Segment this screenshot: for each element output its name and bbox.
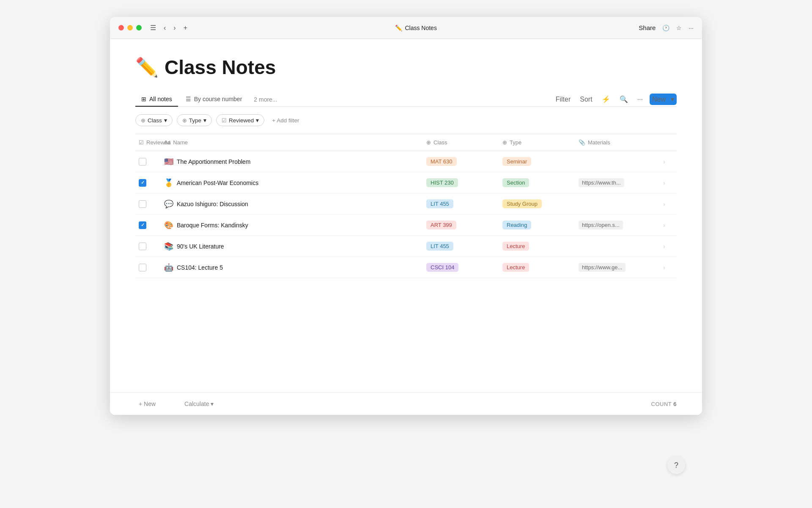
sort-button[interactable]: Sort — [577, 94, 595, 105]
filter-reviewed[interactable]: ☑ Reviewed ▾ — [216, 114, 264, 126]
filter-reviewed-arrow: ▾ — [256, 117, 259, 124]
filter-type[interactable]: ⊕ Type ▾ — [177, 114, 212, 126]
title-emoji: ✏️ — [395, 25, 402, 31]
cell-class-4: LIT 455 — [423, 238, 499, 254]
filter-class-label: Class — [148, 117, 162, 124]
tab-all-notes[interactable]: ⊞ All notes — [135, 92, 178, 107]
row-name-4[interactable]: 📚 90's UK Literature — [164, 242, 224, 251]
filter-reviewed-icon: ☑ — [222, 117, 227, 124]
class-badge-0: MAT 630 — [426, 157, 457, 166]
maximize-button[interactable] — [136, 25, 142, 30]
cell-name-4: 📚 90's UK Literature — [161, 238, 423, 254]
cell-arrow-3: › — [660, 218, 677, 232]
add-filter-button[interactable]: + Add filter — [269, 115, 302, 126]
page-title-area: ✏️ Class Notes — [135, 56, 677, 79]
tab-by-course-label: By course number — [194, 96, 242, 102]
share-button[interactable]: Share — [639, 24, 656, 31]
row-name-1[interactable]: 🥇 American Post-War Economics — [164, 178, 258, 188]
materials-link[interactable]: https://open.s... — [579, 221, 623, 229]
th-materials-label: Materials — [588, 139, 610, 146]
calculate-button[interactable]: Calculate ▾ — [184, 400, 214, 407]
class-badge-2: LIT 455 — [426, 199, 453, 208]
table-row: 💬 Kazuo Ishiguro: Discussion LIT 455 Stu… — [135, 193, 677, 215]
tab-more[interactable]: 2 more... — [250, 93, 281, 106]
th-name-icon: Aa — [164, 140, 170, 146]
reviewed-checkbox-5[interactable] — [139, 264, 146, 271]
nav-back[interactable]: ‹ — [162, 22, 167, 33]
history-button[interactable]: 🕐 — [662, 25, 669, 31]
row-name-5[interactable]: 🤖 CS104: Lecture 5 — [164, 263, 223, 272]
cell-class-2: LIT 455 — [423, 196, 499, 212]
filter-class-icon: ⊕ — [141, 117, 145, 124]
th-reviewed: ☑ Reviewed — [135, 138, 161, 147]
nav-add[interactable]: + — [182, 22, 189, 33]
type-badge-1: Section — [502, 178, 529, 187]
cell-reviewed-5 — [135, 260, 161, 275]
cell-type-2: Study Group — [499, 196, 575, 212]
row-name-3[interactable]: 🎨 Baroque Forms: Kandinsky — [164, 221, 248, 230]
materials-link[interactable]: https://www.ge... — [579, 263, 625, 272]
more-button[interactable]: ··· — [689, 25, 694, 31]
cell-arrow-5: › — [660, 261, 677, 274]
calculate-label: Calculate — [184, 400, 209, 407]
row-name-text-3: Baroque Forms: Kandinsky — [177, 222, 248, 229]
cell-type-1: Section — [499, 175, 575, 190]
row-name-0[interactable]: 🇺🇸 The Apportionment Problem — [164, 157, 250, 166]
tab-all-notes-label: All notes — [149, 96, 172, 102]
class-badge-1: HIST 230 — [426, 178, 458, 187]
options-button[interactable]: ··· — [635, 94, 645, 105]
reviewed-checkbox-4[interactable] — [139, 243, 146, 250]
table-row: 🇺🇸 The Apportionment Problem MAT 630 Sem… — [135, 151, 677, 172]
cell-type-4: Lecture — [499, 238, 575, 254]
minimize-button[interactable] — [127, 25, 133, 30]
reviewed-checkbox-0[interactable] — [139, 158, 146, 166]
sidebar-toggle[interactable]: ☰ — [148, 22, 158, 33]
reviewed-checkbox-1[interactable] — [139, 179, 146, 187]
filter-class[interactable]: ⊕ Class ▾ — [135, 114, 173, 126]
lightning-button[interactable]: ⚡ — [599, 94, 613, 105]
tab-by-course[interactable]: ☰ By course number — [180, 92, 248, 107]
table-row: 🎨 Baroque Forms: Kandinsky ART 399 Readi… — [135, 215, 677, 236]
add-new-button[interactable]: + New — [135, 399, 159, 409]
row-name-2[interactable]: 💬 Kazuo Ishiguro: Discussion — [164, 199, 248, 209]
th-class-label: Class — [433, 139, 447, 146]
filter-type-arrow: ▾ — [203, 117, 206, 124]
tab-more-label: 2 more... — [254, 96, 277, 103]
new-button-dropdown[interactable]: ▾ — [668, 94, 677, 105]
cell-name-0: 🇺🇸 The Apportionment Problem — [161, 154, 423, 170]
materials-link[interactable]: https://www.th... — [579, 178, 624, 187]
window-title: ✏️ Class Notes — [193, 25, 639, 31]
search-button[interactable]: 🔍 — [617, 94, 631, 105]
nav-forward[interactable]: › — [172, 22, 177, 33]
type-badge-0: Seminar — [502, 157, 531, 166]
row-arrow-2: › — [663, 201, 665, 207]
cell-class-0: MAT 630 — [423, 154, 499, 169]
cell-materials-4 — [575, 243, 660, 250]
cell-materials-5: https://www.ge... — [575, 260, 660, 275]
filter-button[interactable]: Filter — [553, 94, 573, 105]
cell-reviewed-2 — [135, 197, 161, 211]
page-title: Class Notes — [165, 56, 276, 79]
table-row: 📚 90's UK Literature LIT 455 Lecture › — [135, 236, 677, 257]
th-type: ⊕ Type — [499, 138, 575, 147]
row-name-text-1: American Post-War Economics — [177, 179, 258, 186]
class-badge-3: ART 399 — [426, 221, 456, 229]
cell-type-0: Seminar — [499, 154, 575, 169]
th-name: Aa Name — [161, 138, 423, 147]
cell-arrow-1: › — [660, 176, 677, 190]
close-button[interactable] — [118, 25, 124, 30]
row-emoji-1: 🥇 — [164, 178, 173, 188]
reviewed-checkbox-3[interactable] — [139, 221, 146, 229]
favorite-button[interactable]: ☆ — [676, 25, 682, 31]
reviewed-checkbox-2[interactable] — [139, 200, 146, 208]
class-badge-5: CSCI 104 — [426, 263, 458, 272]
new-button[interactable]: New — [650, 94, 668, 105]
th-extra — [660, 138, 677, 147]
help-button[interactable]: ? — [667, 456, 685, 474]
cell-class-1: HIST 230 — [423, 175, 499, 190]
cell-arrow-4: › — [660, 240, 677, 253]
row-name-text-5: CS104: Lecture 5 — [177, 264, 223, 271]
class-badge-4: LIT 455 — [426, 242, 453, 251]
type-badge-4: Lecture — [502, 242, 529, 251]
th-materials: 📎 Materials — [575, 138, 660, 147]
